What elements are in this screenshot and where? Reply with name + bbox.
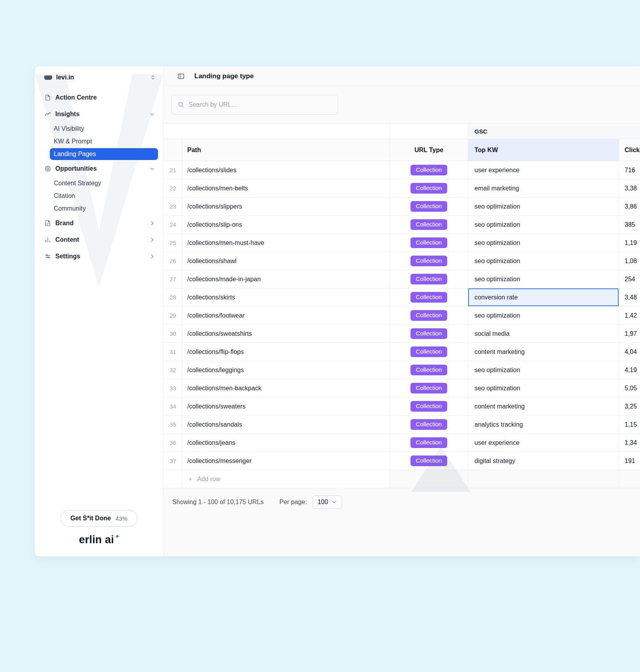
url-type-cell[interactable]: Collection	[390, 307, 468, 324]
path-cell[interactable]: /collections/flip-flops	[182, 343, 390, 361]
path-cell[interactable]: /collections/men-belts	[182, 179, 390, 197]
path-cell[interactable]: /collections/men-must-have	[182, 234, 390, 252]
search-input[interactable]	[188, 101, 332, 108]
url-type-cell[interactable]: Collection	[390, 161, 468, 179]
top-kw-cell[interactable]: content marketing	[468, 343, 619, 361]
table-row[interactable]: 29 /collections/footwear Collection seo …	[164, 307, 640, 325]
path-cell[interactable]: /collections/slides	[182, 161, 390, 179]
table-row[interactable]: 37 /collections/messenger Collection dig…	[164, 452, 640, 470]
sidebar-item-brand[interactable]: Brand	[35, 215, 163, 232]
table-row[interactable]: 28 /collections/skirts Collection conver…	[164, 288, 640, 307]
table-row[interactable]: 25 /collections/men-must-have Collection…	[164, 234, 640, 252]
sidebar-item-community[interactable]: Community	[50, 203, 158, 215]
column-header-path[interactable]: Path	[182, 139, 390, 161]
top-kw-cell[interactable]: user experience	[468, 161, 619, 179]
table-row[interactable]: 22 /collections/men-belts Collection ema…	[164, 179, 640, 198]
column-header-clicks[interactable]: Clicks	[619, 139, 640, 161]
url-type-cell[interactable]: Collection	[390, 216, 468, 233]
top-kw-cell[interactable]: email marketing	[468, 179, 619, 197]
url-type-cell[interactable]: Collection	[390, 325, 468, 343]
sidebar-item-citation[interactable]: Citation	[50, 190, 158, 202]
top-kw-cell[interactable]: seo optimization	[468, 216, 619, 233]
workspace-logo	[44, 75, 52, 80]
table-row[interactable]: 30 /collections/sweatshirts Collection s…	[164, 325, 640, 343]
path-cell[interactable]: /collections/made-in-japan	[182, 270, 390, 288]
url-type-cell[interactable]: Collection	[390, 452, 468, 470]
path-cell[interactable]: /collections/sweatshirts	[182, 325, 390, 343]
url-type-cell[interactable]: Collection	[390, 198, 468, 215]
table-row[interactable]: 33 /collections/men-backpack Collection …	[164, 379, 640, 397]
top-kw-cell[interactable]: seo optimization	[468, 361, 619, 379]
sidebar-item-opportunities[interactable]: Opportunities	[35, 160, 163, 177]
url-type-cell[interactable]: Collection	[390, 234, 468, 252]
path-cell[interactable]: /collections/leggings	[182, 361, 390, 379]
add-row-button[interactable]: Add row	[164, 470, 640, 488]
table-row[interactable]: 34 /collections/sweaters Collection cont…	[164, 397, 640, 416]
path-cell[interactable]: /collections/sweaters	[182, 397, 390, 415]
column-header-url-type[interactable]: URL Type	[390, 139, 468, 161]
sidebar-item-action-centre[interactable]: Action Centre	[35, 89, 163, 106]
top-kw-cell[interactable]: seo optimization	[468, 252, 619, 270]
table-row[interactable]: 26 /collections/shawl Collection seo opt…	[164, 252, 640, 270]
chevron-up-down-icon[interactable]	[150, 74, 156, 81]
table-row[interactable]: 24 /collections/slip-ons Collection seo …	[164, 216, 640, 234]
top-kw-cell[interactable]: seo optimization	[468, 307, 619, 324]
url-type-cell[interactable]: Collection	[390, 179, 468, 197]
url-type-cell[interactable]: Collection	[390, 343, 468, 361]
sidebar-toggle-icon[interactable]	[177, 72, 185, 80]
search-box[interactable]	[171, 95, 338, 115]
top-kw-cell[interactable]: seo optimization	[468, 198, 619, 215]
table-row[interactable]: 31 /collections/flip-flops Collection co…	[164, 343, 640, 361]
clicks-cell: 1,97	[619, 325, 640, 343]
sidebar-item-ai-visibility[interactable]: AI Visibility	[50, 123, 158, 135]
sidebar-item-content[interactable]: Content	[35, 232, 163, 248]
sidebar-item-kw-prompt[interactable]: KW & Prompt	[50, 136, 158, 147]
sliders-icon	[44, 253, 51, 260]
table-row[interactable]: 32 /collections/leggings Collection seo …	[164, 361, 640, 379]
per-page-select[interactable]: 100	[312, 495, 343, 509]
clicks-cell: 1,15	[619, 416, 640, 433]
sidebar-item-settings[interactable]: Settings	[35, 248, 163, 265]
sidebar-item-insights[interactable]: Insights	[35, 106, 163, 122]
top-kw-cell[interactable]: user experience	[468, 434, 619, 452]
path-cell[interactable]: /collections/footwear	[182, 307, 390, 324]
top-kw-cell[interactable]: conversion rate	[468, 288, 619, 306]
top-kw-cell[interactable]: digital strategy	[468, 452, 619, 470]
nav-label-action-centre: Action Centre	[55, 94, 97, 101]
table-row[interactable]: 36 /collections/jeans Collection user ex…	[164, 434, 640, 452]
top-kw-cell[interactable]: seo optimization	[468, 270, 619, 288]
path-cell[interactable]: /collections/jeans	[182, 434, 390, 452]
url-type-cell[interactable]: Collection	[390, 379, 468, 397]
url-type-cell[interactable]: Collection	[390, 397, 468, 415]
top-kw-cell[interactable]: analytics tracking	[468, 416, 619, 433]
sidebar-item-landing-pages[interactable]: Landing Pages	[50, 148, 158, 160]
url-type-cell[interactable]: Collection	[390, 252, 468, 270]
sidebar-item-content-strategy[interactable]: Content Strategy	[50, 177, 158, 189]
table-row[interactable]: 23 /collections/slippers Collection seo …	[164, 198, 640, 216]
top-kw-cell[interactable]: seo optimization	[468, 379, 619, 397]
path-cell[interactable]: /collections/sandals	[182, 416, 390, 433]
row-number: 32	[164, 361, 182, 379]
path-cell[interactable]: /collections/slippers	[182, 198, 390, 215]
url-type-cell[interactable]: Collection	[390, 361, 468, 379]
path-cell[interactable]: /collections/messenger	[182, 452, 390, 470]
path-cell[interactable]: /collections/shawl	[182, 252, 390, 270]
nav-label-insights: Insights	[55, 111, 79, 118]
table-row[interactable]: 35 /collections/sandals Collection analy…	[164, 416, 640, 434]
column-header-top-kw[interactable]: Top KW	[468, 139, 619, 161]
url-type-cell[interactable]: Collection	[390, 270, 468, 288]
path-cell[interactable]: /collections/men-backpack	[182, 379, 390, 397]
showing-text: Showing 1 - 100 of 10,175 URLs	[172, 499, 264, 506]
table-row[interactable]: 21 /collections/slides Collection user e…	[164, 161, 640, 179]
top-kw-cell[interactable]: seo optimization	[468, 234, 619, 252]
path-cell[interactable]: /collections/slip-ons	[182, 216, 390, 233]
top-kw-cell[interactable]: content marketing	[468, 397, 619, 415]
path-cell[interactable]: /collections/skirts	[182, 288, 390, 306]
url-type-cell[interactable]: Collection	[390, 416, 468, 433]
table-row[interactable]: 27 /collections/made-in-japan Collection…	[164, 270, 640, 288]
get-it-done-button[interactable]: Get S*it Done 43%	[60, 510, 137, 527]
url-type-cell[interactable]: Collection	[390, 434, 468, 452]
url-type-cell[interactable]: Collection	[390, 288, 468, 306]
workspace-switcher[interactable]: levi.in	[35, 70, 163, 85]
top-kw-cell[interactable]: social media	[468, 325, 619, 343]
